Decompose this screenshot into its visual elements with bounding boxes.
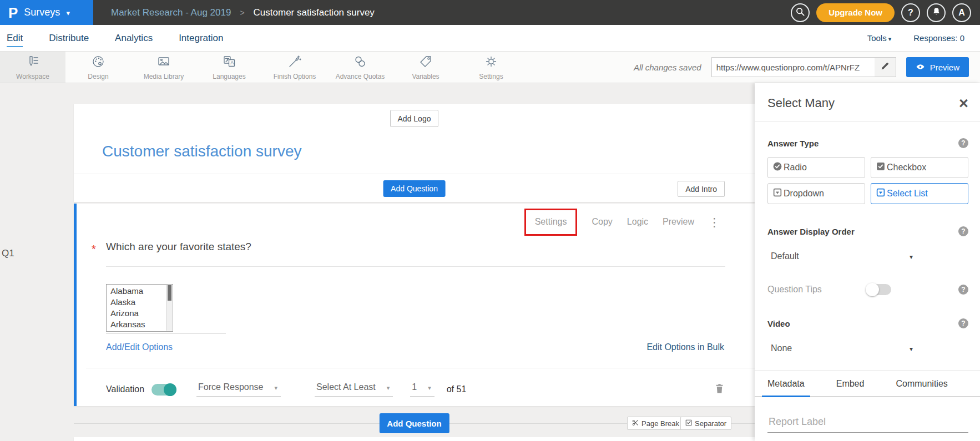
tab-distribute[interactable]: Distribute	[49, 25, 89, 51]
list-scrollbar[interactable]	[166, 285, 172, 331]
answer-display-order-dropdown[interactable]: Default	[767, 251, 913, 261]
chevron-down-icon	[274, 382, 277, 392]
validation-count-dropdown[interactable]: 1	[410, 382, 434, 397]
avatar[interactable]: A	[952, 3, 971, 22]
report-label-input[interactable]	[767, 414, 968, 433]
question-settings-panel: Select Many × Answer Type ? Radio Checkb…	[755, 83, 980, 441]
search-button[interactable]	[791, 3, 810, 22]
question-mark-icon: ?	[908, 8, 913, 18]
validation-toggle[interactable]	[151, 384, 176, 396]
add-question-row: Add Question Add Intro	[74, 174, 755, 202]
list-option[interactable]: Arizona	[110, 308, 166, 319]
question-card: Settings Copy Logic Preview ⋮ * Which ar…	[74, 204, 755, 406]
answer-type-radio[interactable]: Radio	[767, 157, 865, 178]
upgrade-now-button[interactable]: Upgrade Now	[816, 3, 895, 22]
survey-nav: Edit Distribute Analytics Integration To…	[0, 25, 980, 51]
responses-count[interactable]: Responses: 0	[913, 33, 964, 43]
validation-row: Validation Force Response Select At Leas…	[106, 377, 724, 402]
advance-quotas-icon	[353, 54, 367, 71]
help-icon[interactable]: ?	[958, 318, 968, 328]
help-icon[interactable]: ?	[958, 226, 968, 236]
help-icon[interactable]: ?	[958, 285, 968, 295]
question-tips-toggle[interactable]	[866, 284, 891, 295]
media-library-icon	[156, 54, 171, 71]
page-break-button[interactable]: Page Break	[627, 417, 684, 430]
tab-communities[interactable]: Communities	[896, 371, 947, 397]
add-question-button-top[interactable]: Add Question	[383, 180, 446, 197]
trash-icon	[715, 383, 724, 396]
add-intro-button[interactable]: Add Intro	[678, 181, 725, 197]
video-dropdown[interactable]: None	[767, 343, 913, 353]
between-questions-row: Add Question Page Break Separator	[74, 406, 755, 437]
topbar-actions: Upgrade Now ? A	[791, 3, 980, 22]
settings-action-highlight: Settings	[524, 209, 578, 236]
toolbar-item-workspace[interactable]: Workspace	[0, 52, 65, 83]
question-copy-action[interactable]: Copy	[592, 217, 612, 227]
close-icon[interactable]: ×	[959, 98, 968, 109]
validation-rule-dropdown[interactable]: Select At Least	[315, 382, 393, 397]
validation-label: Validation	[106, 384, 144, 394]
tab-integration[interactable]: Integration	[179, 25, 223, 51]
question-settings-action[interactable]: Settings	[535, 217, 567, 227]
answer-type-dropdown[interactable]: Dropdown	[767, 183, 865, 204]
notifications-button[interactable]	[927, 3, 946, 22]
tab-metadata[interactable]: Metadata	[767, 371, 805, 397]
toolbar-item-design[interactable]: Design	[65, 52, 131, 83]
more-options-icon[interactable]: ⋮	[709, 216, 720, 228]
question-title-row: * Which are your favorite states?	[103, 241, 725, 267]
help-icon[interactable]: ?	[958, 138, 968, 148]
radio-check-icon	[772, 161, 782, 174]
question-text[interactable]: Which are your favorite states?	[106, 241, 725, 267]
toolbar-item-variables[interactable]: Variables	[393, 52, 458, 83]
separator-button[interactable]: Separator	[680, 417, 731, 430]
toolbar-item-languages[interactable]: A Languages	[196, 52, 262, 83]
question-logic-action[interactable]: Logic	[627, 217, 648, 227]
add-logo-button[interactable]: Add Logo	[390, 110, 439, 127]
list-option[interactable]: Alaska	[110, 297, 166, 308]
preview-label: Preview	[930, 63, 959, 72]
breadcrumb-folder[interactable]: Market Research - Aug 2019	[111, 7, 231, 18]
tab-analytics[interactable]: Analytics	[115, 25, 153, 51]
panel-divider	[755, 121, 980, 122]
force-response-dropdown[interactable]: Force Response	[196, 382, 281, 397]
survey-title[interactable]: Customer satisfaction survey	[102, 143, 301, 160]
toolbar-item-advance-quotas[interactable]: Advance Quotas	[327, 52, 393, 83]
chevron-down-icon	[387, 382, 390, 392]
list-option[interactable]: Arkansas	[110, 319, 166, 330]
chevron-down-icon	[66, 8, 70, 18]
preview-button[interactable]: Preview	[906, 57, 969, 77]
answer-type-select-list[interactable]: Select List	[871, 183, 968, 204]
toolbar-right: All changes saved Preview	[634, 52, 980, 83]
eye-icon	[916, 63, 925, 72]
toggle-knob	[164, 383, 176, 396]
edit-options-in-bulk-link[interactable]: Edit Options in Bulk	[646, 342, 724, 352]
checkbox-icon	[876, 161, 886, 174]
help-button[interactable]: ?	[901, 3, 920, 22]
question-preview-action[interactable]: Preview	[663, 217, 694, 227]
toolbar-item-media-library[interactable]: Media Library	[131, 52, 196, 83]
question-actions: Settings Copy Logic Preview ⋮	[524, 207, 720, 237]
list-scrollbar-thumb[interactable]	[168, 285, 171, 301]
add-question-button-bottom[interactable]: Add Question	[379, 413, 449, 433]
question-divider	[86, 368, 755, 368]
list-option[interactable]: Alabama	[110, 286, 166, 297]
select-list-box[interactable]: Alabama Alaska Arizona Arkansas	[106, 284, 173, 332]
tab-embed[interactable]: Embed	[836, 371, 865, 397]
question-tips-row: Question Tips ?	[767, 284, 968, 295]
settings-icon	[484, 54, 498, 71]
questionpro-logo: P	[8, 6, 18, 20]
surveys-menu[interactable]: P Surveys	[0, 0, 93, 25]
toolbar-item-settings[interactable]: Settings	[458, 52, 524, 83]
tab-edit[interactable]: Edit	[7, 25, 23, 51]
delete-question-button[interactable]	[715, 383, 724, 396]
toolbar-item-label: Design	[88, 73, 108, 80]
edit-url-button[interactable]	[875, 58, 896, 77]
next-question-card	[74, 437, 755, 441]
answer-type-checkbox[interactable]: Checkbox	[871, 157, 968, 178]
survey-url-input[interactable]	[712, 63, 875, 72]
toolbar-item-label: Advance Quotas	[336, 73, 385, 80]
toolbar-item-finish-options[interactable]: Finish Options	[262, 52, 327, 83]
add-edit-options-link[interactable]: Add/Edit Options	[106, 342, 173, 352]
tools-menu[interactable]: Tools	[867, 33, 892, 43]
pencil-icon	[881, 62, 889, 73]
